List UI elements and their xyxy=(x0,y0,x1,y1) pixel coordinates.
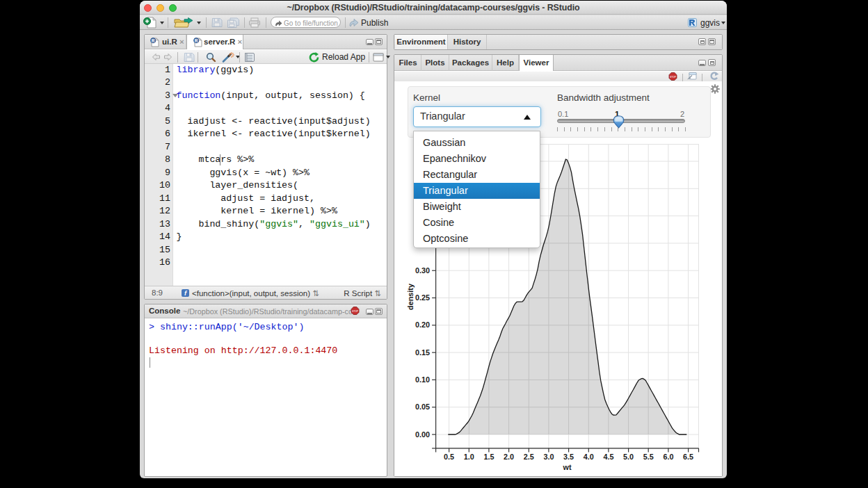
svg-text:R: R xyxy=(152,38,155,42)
svg-text:1.5: 1.5 xyxy=(483,453,494,461)
svg-text:0.15: 0.15 xyxy=(415,348,430,357)
svg-text:2.5: 2.5 xyxy=(524,453,534,461)
svg-text:4.5: 4.5 xyxy=(603,453,613,461)
svg-text:2.0: 2.0 xyxy=(504,453,514,461)
svg-text:3.0: 3.0 xyxy=(543,453,554,461)
svg-text:density: density xyxy=(406,284,415,310)
svg-text:R: R xyxy=(195,38,198,42)
svg-text:1.0: 1.0 xyxy=(464,453,474,461)
svg-text:STOP: STOP xyxy=(352,310,359,313)
svg-text:6.5: 6.5 xyxy=(683,453,693,461)
svg-text:STOP: STOP xyxy=(670,76,677,79)
svg-text:4.0: 4.0 xyxy=(584,453,594,461)
svg-text:0.05: 0.05 xyxy=(415,402,430,411)
svg-text:wt: wt xyxy=(563,463,572,471)
svg-text:5.0: 5.0 xyxy=(623,453,634,461)
svg-text:0.5: 0.5 xyxy=(444,453,454,461)
svg-text:3.5: 3.5 xyxy=(563,453,574,461)
svg-text:0.30: 0.30 xyxy=(415,266,430,275)
svg-text:0.10: 0.10 xyxy=(415,375,430,384)
svg-text:6.0: 6.0 xyxy=(663,453,673,461)
svg-text:0.00: 0.00 xyxy=(415,430,430,439)
svg-text:0.25: 0.25 xyxy=(415,293,430,302)
svg-text:5.5: 5.5 xyxy=(643,453,654,461)
svg-text:0.20: 0.20 xyxy=(415,320,430,329)
